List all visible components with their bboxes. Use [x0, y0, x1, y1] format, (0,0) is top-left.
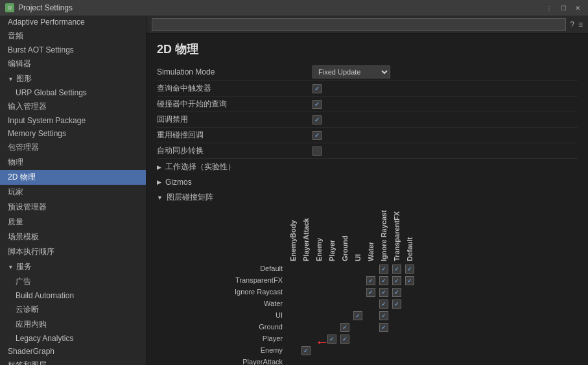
main-layout: Adaptive Performance 音频 Burst AOT Settin… — [0, 16, 588, 365]
matrix-checkbox[interactable] — [340, 335, 349, 344]
matrix-checkbox[interactable] — [340, 323, 349, 332]
matrix-cell — [300, 274, 312, 286]
matrix-row: TransparentFX — [222, 274, 416, 286]
matrix-checkbox[interactable] — [366, 288, 375, 297]
panel-title: 2D 物理 — [157, 41, 578, 57]
gizmos-header[interactable]: ▶ Gizmos — [157, 175, 578, 189]
close-icon[interactable]: ✕ — [572, 3, 583, 13]
sidebar-item-graphics[interactable]: ▼ 图形 — [0, 71, 146, 86]
matrix-checkbox[interactable] — [366, 276, 375, 285]
matrix-checkbox[interactable] — [405, 265, 414, 274]
matrix-checkbox[interactable] — [327, 335, 336, 344]
matrix-cell — [338, 298, 351, 309]
callbacks-on-disable-label: 回调禁用 — [157, 114, 312, 125]
matrix-checkbox[interactable] — [301, 346, 311, 355]
matrix-checkbox[interactable] — [392, 300, 401, 309]
matrix-cell — [300, 356, 312, 365]
content-area: ? ≡ 2D 物理 Simulation Mode Fixed Update U… — [147, 16, 588, 365]
query-hit-triggers-checkbox[interactable] — [312, 84, 322, 93]
matrix-checkbox[interactable] — [353, 311, 362, 320]
query-start-in-collider-label: 碰撞器中开始的查询 — [157, 99, 312, 110]
sidebar: Adaptive Performance 音频 Burst AOT Settin… — [0, 16, 147, 365]
sidebar-item-ads[interactable]: 广告 — [0, 274, 146, 289]
settings-icon[interactable]: ≡ — [578, 20, 583, 29]
matrix-cell — [377, 321, 390, 333]
sidebar-item-cloud-diagnostics[interactable]: 云诊断 — [0, 302, 146, 317]
sidebar-item-adaptive-performance[interactable]: Adaptive Performance — [0, 16, 146, 29]
search-bar: ? ≡ — [147, 16, 588, 34]
work-options-header[interactable]: ▶ 工作选择（实验性） — [157, 159, 578, 175]
matrix-row: Water — [222, 298, 416, 309]
sidebar-item-script-order[interactable]: 脚本执行顺序 — [0, 244, 146, 259]
sidebar-item-preset-manager[interactable]: 预设管理器 — [0, 200, 146, 215]
sidebar-item-physics[interactable]: 物理 — [0, 155, 146, 170]
matrix-cell — [377, 286, 390, 298]
sidebar-item-iap[interactable]: 应用内购 — [0, 317, 146, 332]
matrix-cell — [403, 344, 416, 356]
reuse-collision-checkbox[interactable] — [312, 131, 322, 140]
matrix-checkbox[interactable] — [392, 265, 401, 274]
sidebar-item-services[interactable]: ▼ 服务 — [0, 259, 146, 274]
sidebar-item-build-automation[interactable]: Build Automation — [0, 289, 146, 302]
sidebar-item-burst-aot[interactable]: Burst AOT Settings — [0, 43, 146, 56]
matrix-cell — [351, 309, 364, 321]
maximize-icon[interactable]: ☐ — [558, 3, 569, 13]
matrix-cell — [338, 263, 351, 274]
matrix-checkbox[interactable] — [405, 276, 414, 285]
matrix-cell — [364, 309, 377, 321]
sidebar-item-legacy-analytics[interactable]: Legacy Analytics — [0, 332, 146, 345]
menu-icon[interactable]: ⋮ — [544, 3, 554, 13]
sidebar-item-tags-layers[interactable]: 标签和图层 — [0, 358, 146, 365]
matrix-checkbox[interactable] — [392, 276, 401, 285]
gizmos-label: Gizmos — [165, 178, 192, 187]
matrix-cell — [312, 344, 325, 356]
layer-matrix-header[interactable]: ▼ 图层碰撞矩阵 — [157, 189, 578, 206]
matrix-cell — [377, 333, 390, 344]
sidebar-item-urp[interactable]: URP Global Settings — [0, 86, 146, 99]
matrix-checkbox[interactable] — [379, 265, 388, 274]
matrix-checkbox[interactable] — [379, 276, 388, 285]
sidebar-item-quality[interactable]: 质量 — [0, 215, 146, 230]
matrix-table: EnemyBody PlayerAttack Enemy Player Grou… — [222, 211, 416, 365]
query-start-in-collider-checkbox[interactable] — [312, 100, 322, 109]
matrix-cell — [300, 333, 312, 344]
matrix-cell — [351, 356, 364, 365]
settings-gear-icon: ⚙ — [7, 5, 12, 11]
reuse-collision-value — [312, 131, 578, 140]
matrix-cell — [403, 356, 416, 365]
matrix-cell — [390, 344, 403, 356]
matrix-cell — [364, 344, 377, 356]
matrix-cell — [351, 274, 364, 286]
matrix-checkbox[interactable] — [379, 288, 388, 297]
auto-sync-transforms-checkbox[interactable] — [312, 147, 322, 156]
col-header-transparentfx: TransparentFX — [390, 211, 403, 263]
help-icon[interactable]: ? — [570, 20, 574, 29]
matrix-cell — [312, 286, 325, 298]
matrix-checkbox[interactable] — [379, 311, 388, 320]
matrix-checkbox[interactable] — [392, 288, 401, 297]
sidebar-item-package-manager[interactable]: 包管理器 — [0, 140, 146, 155]
search-input[interactable] — [152, 18, 566, 31]
sidebar-item-player[interactable]: 玩家 — [0, 185, 146, 200]
sidebar-item-2d-physics[interactable]: 2D 物理 — [0, 170, 146, 185]
sidebar-item-shadergraph[interactable]: ShaderGraph — [0, 345, 146, 358]
matrix-cell — [300, 309, 312, 321]
matrix-checkbox[interactable] — [379, 323, 388, 332]
query-start-in-collider-row: 碰撞器中开始的查询 — [157, 97, 578, 112]
sidebar-item-editor[interactable]: 编辑器 — [0, 56, 146, 71]
simulation-mode-dropdown[interactable]: Fixed Update Update — [312, 65, 390, 78]
sidebar-item-audio[interactable]: 音频 — [0, 29, 146, 43]
matrix-cell — [338, 309, 351, 321]
sidebar-item-input-system[interactable]: Input System Package — [0, 114, 146, 127]
sidebar-item-memory[interactable]: Memory Settings — [0, 127, 146, 140]
row-label-enemy: Enemy — [222, 344, 287, 356]
sidebar-item-scene-template[interactable]: 场景模板 — [0, 230, 146, 244]
matrix-cell — [287, 274, 300, 286]
matrix-cell — [338, 321, 351, 333]
matrix-cell — [351, 321, 364, 333]
matrix-checkbox[interactable] — [379, 300, 388, 309]
simulation-mode-label: Simulation Mode — [157, 67, 312, 77]
sidebar-item-input-manager[interactable]: 输入管理器 — [0, 99, 146, 114]
callbacks-on-disable-checkbox[interactable] — [312, 115, 322, 124]
services-label: 服务 — [16, 261, 32, 272]
